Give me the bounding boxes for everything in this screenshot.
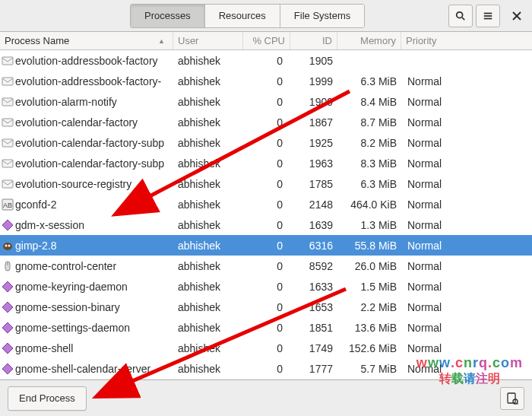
table-row[interactable]: evolution-source-registryabhishek017856.… [0,173,532,194]
column-header-id[interactable]: ID [290,32,337,49]
cell-user: abhishek [173,178,243,190]
process-icon [2,301,14,313]
table-row[interactable]: evolution-calendar-factoryabhishek018678… [0,112,532,132]
process-icon [2,363,14,375]
column-header-cpu[interactable]: % CPU [243,32,290,49]
cell-id: 1749 [290,342,337,354]
cell-memory: 5.7 MiB [337,363,401,375]
cell-cpu: 0 [243,116,290,129]
cell-user: abhishek [173,137,243,149]
process-icon [2,116,14,129]
column-header-name[interactable]: Process Name ▲ [0,32,173,49]
table-row[interactable]: ABgconfd-2abhishek02148464.0 KiBNormal [0,194,532,214]
process-name-text: gnome-shell [15,342,73,354]
cell-process-name: evolution-calendar-factory [0,116,173,129]
cell-process-name: gdm-x-session [0,219,173,231]
search-button[interactable] [448,5,473,27]
hamburger-icon [483,11,493,21]
process-name-text: evolution-calendar-factory-subp [15,137,164,149]
table-row[interactable]: gnome-control-centerabhishek0859226.0 Mi… [0,256,532,276]
toolbar-right [448,5,527,27]
cell-id: 6316 [290,240,337,252]
svg-point-18 [5,244,8,246]
toolbar: Processes Resources File Systems [0,0,532,32]
column-header-memory[interactable]: Memory [337,32,401,49]
process-icon [2,137,14,149]
cell-process-name: gnome-settings-daemon [0,322,173,334]
cell-memory: 8.3 MiB [337,157,401,170]
cell-user: abhishek [173,363,243,375]
cell-memory: 1.3 MiB [337,219,401,231]
process-icon [2,281,14,293]
table-row[interactable]: gnome-settings-daemonabhishek0185113.6 M… [0,317,532,338]
cell-id: 1633 [290,281,337,293]
column-header-priority[interactable]: Priority [401,32,532,49]
cell-process-name: evolution-calendar-factory-subp [0,157,173,170]
cell-user: abhishek [173,75,243,87]
cell-user: abhishek [173,301,243,313]
cell-memory: 8.2 MiB [337,137,401,149]
cell-id: 1963 [290,157,337,170]
cell-priority: Normal [401,240,532,252]
process-name-text: evolution-source-registry [15,178,131,190]
process-name-text: evolution-calendar-factory-subp [15,157,164,170]
column-headers: Process Name ▲ User % CPU ID Memory Prio… [0,32,532,50]
svg-rect-3 [484,15,492,17]
column-header-user[interactable]: User [173,32,243,49]
cell-memory: 8.4 MiB [337,96,401,108]
cell-priority: Normal [401,219,532,231]
table-row[interactable]: evolution-addressbook-factoryabhishek019… [0,50,532,71]
tab-resources[interactable]: Resources [205,5,280,27]
table-row[interactable]: gdm-x-sessionabhishek016391.3 MiBNormal [0,214,532,235]
table-row[interactable]: evolution-calendar-factory-subpabhishek0… [0,153,532,173]
table-row[interactable]: gnome-session-binaryabhishek016532.2 MiB… [0,297,532,317]
table-row[interactable]: evolution-addressbook-factory-abhishek01… [0,71,532,91]
process-name-text: gnome-shell-calendar-server [15,363,150,375]
process-table: evolution-addressbook-factoryabhishek019… [0,50,532,379]
svg-rect-9 [2,98,13,106]
cell-process-name: gnome-shell-calendar-server [0,363,173,375]
cell-cpu: 0 [243,178,290,190]
cell-memory: 55.8 MiB [337,240,401,252]
close-button[interactable] [506,5,527,27]
menu-button[interactable] [476,5,500,27]
cell-process-name: evolution-calendar-factory-subp [0,137,173,149]
process-icon [2,178,14,190]
process-icon [2,219,14,231]
cell-cpu: 0 [243,157,290,170]
tab-processes[interactable]: Processes [131,5,205,27]
cell-id: 1653 [290,301,337,313]
cell-priority: Normal [401,198,532,211]
cell-cpu: 0 [243,281,290,293]
cell-priority: Normal [401,116,532,129]
table-row[interactable]: gimp-2.8abhishek0631655.8 MiBNormal [0,235,532,256]
table-row[interactable]: evolution-alarm-notifyabhishek019098.4 M… [0,91,532,112]
tab-filesystems[interactable]: File Systems [280,5,364,27]
table-row[interactable]: gnome-keyring-daemonabhishek016331.5 MiB… [0,276,532,297]
cell-priority: Normal [401,260,532,272]
cell-process-name: gimp-2.8 [0,240,173,252]
svg-rect-7 [2,57,13,65]
svg-marker-23 [2,302,13,313]
process-icon [2,322,14,334]
process-icon [2,260,14,272]
table-row[interactable]: evolution-calendar-factory-subpabhishek0… [0,132,532,153]
process-name-text: gdm-x-session [15,219,84,231]
cell-priority: Normal [401,137,532,149]
cell-id: 1909 [290,96,337,108]
svg-marker-25 [2,343,13,354]
cell-memory: 152.6 MiB [337,342,401,354]
column-header-name-label: Process Name [5,35,69,46]
process-name-text: evolution-addressbook-factory [15,55,158,67]
process-icon [2,240,14,252]
end-process-button[interactable]: End Process [8,386,87,411]
cell-user: abhishek [173,55,243,67]
cell-priority: Normal [401,322,532,334]
cell-memory: 2.2 MiB [337,301,401,313]
cell-id: 1867 [290,116,337,129]
svg-point-19 [8,244,11,246]
cell-priority: Normal [401,75,532,87]
process-icon: AB [2,198,14,211]
cell-priority: Normal [401,301,532,313]
properties-button[interactable] [500,387,524,410]
